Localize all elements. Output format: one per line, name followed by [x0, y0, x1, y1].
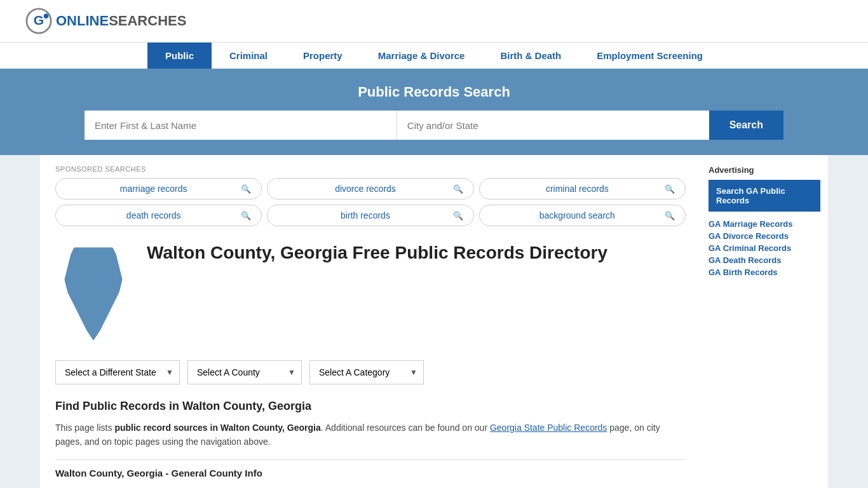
search-icon-marriage: 🔍	[241, 184, 251, 194]
search-banner: Public Records Search Search	[0, 69, 868, 155]
search-icon-death: 🔍	[241, 211, 251, 220]
state-map	[55, 241, 132, 345]
page-heading-row: Walton County, Georgia Free Public Recor…	[55, 241, 686, 345]
county-dropdown-wrapper: Select A County ▼	[187, 360, 302, 384]
page-title-area: Walton County, Georgia Free Public Recor…	[147, 241, 607, 345]
nav-item-marriage[interactable]: Marriage & Divorce	[360, 43, 483, 69]
nav-item-property[interactable]: Property	[285, 43, 360, 69]
nav-item-public[interactable]: Public	[147, 43, 212, 69]
site-header: G ONLINESEARCHES	[0, 0, 868, 42]
georgia-map-svg	[55, 241, 132, 343]
search-icon-background: 🔍	[665, 211, 675, 220]
georgia-records-link[interactable]: Georgia State Public Records	[490, 423, 607, 433]
category-dropdown-wrapper: Select A Category ▼	[309, 360, 424, 384]
dropdowns-row: Select a Different State ▼ Select A Coun…	[55, 360, 686, 384]
sponsored-death[interactable]: death records 🔍	[55, 205, 262, 226]
sidebar-ad-box[interactable]: Search GA Public Records	[709, 180, 820, 212]
find-heading: Find Public Records in Walton County, Ge…	[55, 400, 686, 413]
site-logo[interactable]: G ONLINESEARCHES	[25, 8, 186, 34]
nav-item-employment[interactable]: Employment Screening	[579, 43, 721, 69]
logo-icon: G	[25, 8, 52, 34]
search-button[interactable]: Search	[709, 111, 783, 140]
search-icon-criminal: 🔍	[665, 184, 675, 194]
sidebar-link-marriage[interactable]: GA Marriage Records	[709, 219, 820, 229]
category-dropdown[interactable]: Select A Category	[309, 360, 424, 384]
main-nav: Public Criminal Property Marriage & Divo…	[0, 42, 868, 69]
nav-item-birth[interactable]: Birth & Death	[482, 43, 579, 69]
state-dropdown-wrapper: Select a Different State ▼	[55, 360, 180, 384]
sidebar-link-divorce[interactable]: GA Divorce Records	[709, 231, 820, 241]
name-input[interactable]	[85, 111, 397, 140]
svg-point-2	[44, 14, 49, 19]
sponsored-birth[interactable]: birth records 🔍	[267, 205, 473, 226]
sponsored-divorce[interactable]: divorce records 🔍	[267, 178, 473, 200]
sponsored-marriage[interactable]: marriage records 🔍	[55, 178, 262, 200]
sponsored-label: SPONSORED SEARCHES	[55, 165, 686, 173]
sidebar-link-criminal[interactable]: GA Criminal Records	[709, 243, 820, 253]
logo-text: ONLINESEARCHES	[56, 13, 186, 29]
sidebar: Advertising Search GA Public Records GA …	[701, 155, 828, 488]
sidebar-link-death[interactable]: GA Death Records	[709, 255, 820, 265]
main-container: SPONSORED SEARCHES marriage records 🔍 di…	[40, 155, 828, 488]
svg-text:G: G	[34, 13, 44, 27]
search-form: Search	[85, 111, 783, 140]
sidebar-links: GA Marriage Records GA Divorce Records G…	[709, 219, 820, 277]
page-title: Walton County, Georgia Free Public Recor…	[147, 241, 607, 264]
sidebar-ad-label: Advertising	[709, 165, 820, 175]
section-subtitle: Walton County, Georgia - General County …	[55, 468, 686, 478]
sponsored-grid: marriage records 🔍 divorce records 🔍 cri…	[55, 178, 686, 226]
search-banner-title: Public Records Search	[25, 84, 843, 100]
content-area: SPONSORED SEARCHES marriage records 🔍 di…	[40, 155, 701, 488]
state-dropdown[interactable]: Select a Different State	[55, 360, 180, 384]
sidebar-link-birth[interactable]: GA Birth Records	[709, 268, 820, 277]
location-input[interactable]	[397, 111, 709, 140]
description-bold: public record sources in Walton County, …	[114, 423, 320, 433]
search-icon-divorce: 🔍	[453, 184, 463, 194]
sponsored-criminal[interactable]: criminal records 🔍	[479, 178, 686, 200]
search-icon-birth: 🔍	[453, 211, 463, 220]
section-divider	[55, 459, 686, 460]
county-dropdown[interactable]: Select A County	[187, 360, 302, 384]
nav-item-criminal[interactable]: Criminal	[212, 43, 285, 69]
sponsored-background[interactable]: background search 🔍	[479, 205, 686, 226]
description-text: This page lists public record sources in…	[55, 421, 686, 449]
